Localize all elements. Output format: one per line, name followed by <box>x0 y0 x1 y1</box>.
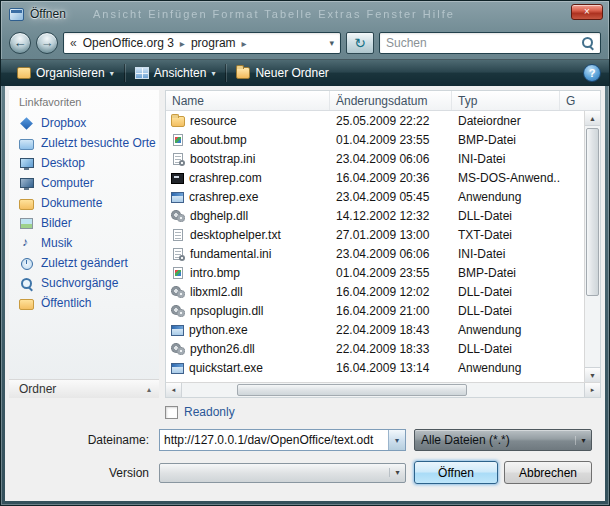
sidebar-item[interactable]: Computer <box>9 173 159 193</box>
column-header-type[interactable]: Typ <box>452 91 560 110</box>
file-row[interactable]: python26.dll 22.04.2009 18:33 DLL-Datei <box>166 339 584 358</box>
sidebar-item[interactable]: Bilder <box>9 213 159 233</box>
horizontal-scrollbar[interactable]: ◂ ▸ <box>166 382 600 397</box>
scroll-right-icon[interactable]: ▸ <box>584 383 600 397</box>
file-name: crashrep.exe <box>189 190 258 204</box>
open-button[interactable]: Öffnen <box>414 461 498 484</box>
search-box[interactable] <box>379 32 601 54</box>
sidebar-item-icon <box>19 277 34 290</box>
file-row[interactable]: about.bmp 01.04.2009 23:55 BMP-Datei <box>166 130 584 149</box>
file-row[interactable]: bootstrap.ini 23.04.2009 06:06 INI-Datei <box>166 149 584 168</box>
sidebar-item-icon <box>19 299 34 310</box>
version-dropdown-icon[interactable]: ▾ <box>389 468 405 477</box>
address-bar[interactable]: « OpenOffice.org 3▸program▸ ▾ <box>63 32 341 54</box>
file-row[interactable]: crashrep.exe 23.04.2009 05:45 Anwendung <box>166 187 584 206</box>
vertical-scroll-thumb[interactable] <box>586 128 599 296</box>
close-button[interactable]: × <box>571 4 603 20</box>
new-folder-button[interactable]: Neuer Ordner <box>228 63 336 83</box>
breadcrumb-separator-icon[interactable]: ▸ <box>238 38 251 49</box>
views-button[interactable]: Ansichten ▾ <box>127 63 224 83</box>
dialog-buttons: Öffnen Abbrechen <box>414 461 592 484</box>
sidebar-item[interactable]: Zuletzt geändert <box>9 253 159 273</box>
filename-dropdown-icon[interactable]: ▾ <box>388 430 405 450</box>
sidebar-item[interactable]: Musik <box>9 233 159 253</box>
file-date: 16.04.2009 13:14 <box>330 361 452 375</box>
file-name: libxml2.dll <box>190 285 243 299</box>
back-button[interactable]: ← <box>9 32 31 54</box>
breadcrumb: OpenOffice.org 3▸program▸ <box>81 36 328 50</box>
cancel-button[interactable]: Abbrechen <box>504 461 592 484</box>
address-dropdown-icon[interactable]: ▾ <box>327 38 336 48</box>
file-date: 23.04.2009 06:06 <box>330 247 452 261</box>
sidebar-item-label: Bilder <box>41 216 72 230</box>
column-header-name[interactable]: Name <box>166 91 330 110</box>
sidebar-item[interactable]: Dokumente <box>9 193 159 213</box>
breadcrumb-overflow-icon[interactable]: « <box>70 36 77 50</box>
sidebar-item[interactable]: Suchvorgänge <box>9 273 159 293</box>
file-type: Dateiordner <box>452 114 560 128</box>
toolbar: Organisieren ▾ Ansichten ▾ Neuer Ordner … <box>1 59 609 86</box>
scroll-left-icon[interactable]: ◂ <box>166 383 182 397</box>
file-icon <box>173 248 183 260</box>
readonly-label[interactable]: Readonly <box>184 405 235 419</box>
organize-button[interactable]: Organisieren ▾ <box>9 63 122 83</box>
forward-button[interactable]: → <box>36 32 58 54</box>
sidebar-favorites-list: Dropbox Zuletzt besuchte Orte Desktop Co… <box>9 113 159 313</box>
file-icon <box>171 116 185 127</box>
horizontal-scroll-thumb[interactable] <box>237 384 467 396</box>
file-icon <box>173 153 183 165</box>
readonly-checkbox[interactable] <box>165 406 178 419</box>
filename-input[interactable] <box>160 430 388 450</box>
filetype-combobox[interactable]: Alle Dateien (*.*) ▾ <box>414 429 592 451</box>
file-row[interactable]: quickstart.exe 16.04.2009 13:14 Anwendun… <box>166 358 584 377</box>
file-list-header: Name Änderungsdatum Typ G <box>166 91 600 111</box>
sidebar-item[interactable]: Öffentlich <box>9 293 159 313</box>
scroll-down-icon[interactable]: ▼ <box>585 367 600 382</box>
sidebar-item-icon <box>19 237 34 250</box>
refresh-button[interactable]: ↻ <box>346 32 374 54</box>
scroll-up-icon[interactable]: ▲ <box>585 111 600 126</box>
file-row[interactable]: npsoplugin.dll 16.04.2009 21:00 DLL-Date… <box>166 301 584 320</box>
sidebar-spacer <box>9 313 159 379</box>
search-icon[interactable] <box>582 37 594 49</box>
readonly-row: Readonly <box>165 405 601 419</box>
sidebar-item-label: Dokumente <box>41 196 102 210</box>
sidebar-item-icon <box>19 139 34 150</box>
breadcrumb-separator-icon[interactable]: ▸ <box>176 38 189 49</box>
file-row[interactable]: fundamental.ini 23.04.2009 06:06 INI-Dat… <box>166 244 584 263</box>
file-row[interactable]: resource 25.05.2009 22:22 Dateiordner <box>166 111 584 130</box>
sidebar-item-icon <box>19 257 34 270</box>
sidebar-item-label: Öffentlich <box>41 296 91 310</box>
column-header-date[interactable]: Änderungsdatum <box>330 91 452 110</box>
column-header-size[interactable]: G <box>560 91 600 110</box>
vertical-scrollbar[interactable]: ▲ ▼ <box>584 111 600 382</box>
file-row[interactable]: libxml2.dll 16.04.2009 12:02 DLL-Datei <box>166 282 584 301</box>
horizontal-scroll-track[interactable] <box>182 383 584 397</box>
sidebar-item[interactable]: Zuletzt besuchte Orte <box>9 133 159 153</box>
vertical-scroll-track[interactable] <box>585 126 600 367</box>
file-row[interactable]: intro.bmp 01.04.2009 23:55 BMP-Datei <box>166 263 584 282</box>
help-button[interactable]: ? <box>583 64 601 82</box>
version-combobox[interactable]: ▾ <box>159 463 406 483</box>
breadcrumb-item[interactable]: OpenOffice.org 3 <box>81 36 176 50</box>
filename-row: Dateiname: ▾ Alle Dateien (*.*) ▾ <box>9 429 601 451</box>
open-dialog-window: Öffnen Ansicht Einfügen Format Tabelle E… <box>0 0 610 506</box>
breadcrumb-item[interactable]: program <box>189 36 238 50</box>
sidebar-item[interactable]: Dropbox <box>9 113 159 133</box>
file-type: TXT-Datei <box>452 228 560 242</box>
file-row[interactable]: dbghelp.dll 14.12.2002 12:32 DLL-Datei <box>166 206 584 225</box>
file-date: 25.05.2009 22:22 <box>330 114 452 128</box>
sidebar-item-label: Musik <box>41 236 72 250</box>
file-row[interactable]: desktophelper.txt 27.01.2009 13:00 TXT-D… <box>166 225 584 244</box>
file-icon <box>171 210 185 222</box>
title-bar[interactable]: Öffnen Ansicht Einfügen Format Tabelle E… <box>1 1 609 27</box>
filetype-value: Alle Dateien (*.*) <box>415 433 575 447</box>
file-row[interactable]: crashrep.com 16.04.2009 20:36 MS-DOS-Anw… <box>166 168 584 187</box>
filename-combobox[interactable]: ▾ <box>159 429 406 451</box>
chevron-down-icon: ▾ <box>211 69 215 78</box>
search-input[interactable] <box>386 36 582 50</box>
folders-expander[interactable]: Ordner ▴ <box>9 379 159 398</box>
filetype-dropdown-icon[interactable]: ▾ <box>575 436 591 445</box>
file-row[interactable]: python.exe 22.04.2009 18:43 Anwendung <box>166 320 584 339</box>
sidebar-item[interactable]: Desktop <box>9 153 159 173</box>
